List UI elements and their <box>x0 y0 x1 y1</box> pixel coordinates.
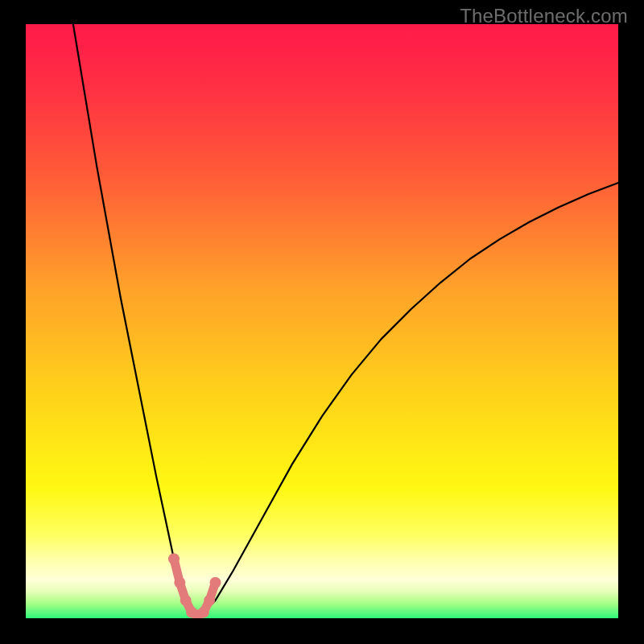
trough-marker-dot <box>180 595 192 606</box>
bottleneck-curve <box>73 24 618 615</box>
chart-plot-area <box>26 24 618 618</box>
trough-marker-dot <box>210 577 221 588</box>
chart-curve-layer <box>26 24 618 618</box>
trough-marker-dot <box>174 577 185 588</box>
trough-marker-dot <box>204 595 215 606</box>
trough-marker-dots <box>168 553 221 618</box>
trough-marker-dot <box>198 607 209 618</box>
trough-marker-dot <box>168 553 180 564</box>
